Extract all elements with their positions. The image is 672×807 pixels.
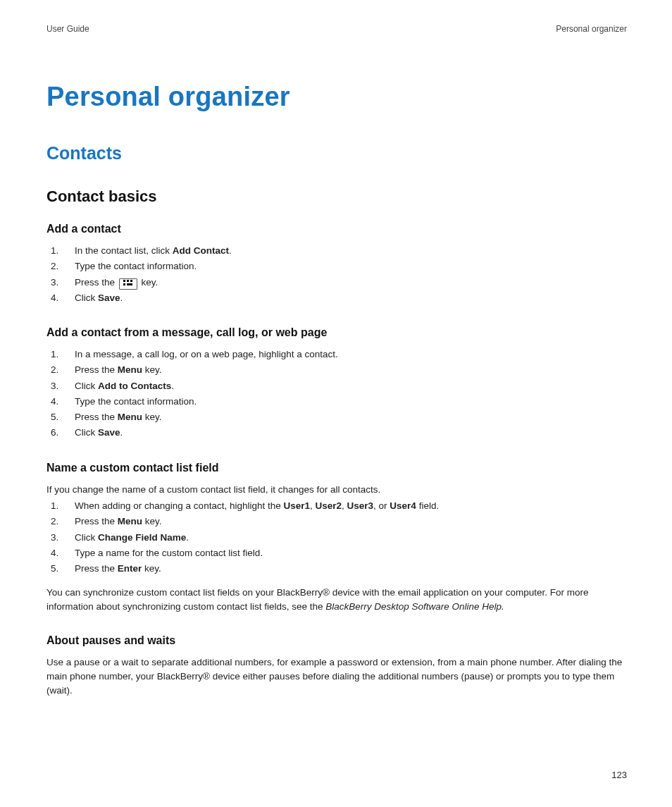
document-page: User Guide Personal organizer Personal o…	[0, 0, 672, 807]
page-title: Personal organizer	[46, 82, 627, 112]
step-item: Click Save.	[46, 426, 627, 440]
running-header: User Guide Personal organizer	[46, 24, 627, 34]
step-item: When adding or changing a contact, highl…	[46, 499, 627, 513]
step-item: Press the key.	[46, 276, 627, 290]
step-item: Type a name for the custom contact list …	[46, 546, 627, 560]
page-number: 123	[611, 770, 627, 780]
step-item: In the contact list, click Add Contact.	[46, 244, 627, 258]
step-item: Click Save.	[46, 291, 627, 305]
step-list: When adding or changing a contact, highl…	[46, 499, 627, 576]
step-item: Click Add to Contacts.	[46, 379, 627, 393]
topic-block: About pauses and waitsUse a pause or a w…	[46, 634, 627, 697]
step-item: Press the Menu key.	[46, 515, 627, 529]
step-list: In a message, a call log, or on a web pa…	[46, 347, 627, 441]
topic-heading: Add a contact	[46, 223, 627, 235]
topic-heading: About pauses and waits	[46, 634, 627, 647]
topic-heading: Add a contact from a message, call log, …	[46, 326, 627, 339]
section-title: Contacts	[46, 143, 627, 164]
topic-paragraph: Use a pause or a wait to separate additi…	[46, 655, 627, 697]
step-item: Press the Menu key.	[46, 363, 627, 377]
step-item: Click Change Field Name.	[46, 531, 627, 545]
topic-intro: If you change the name of a custom conta…	[46, 483, 627, 497]
step-item: Type the contact information.	[46, 259, 627, 273]
step-item: Press the Enter key.	[46, 562, 627, 576]
topic-heading: Name a custom contact list field	[46, 462, 627, 474]
step-item: In a message, a call log, or on a web pa…	[46, 347, 627, 362]
topic-block: Add a contact from a message, call log, …	[46, 326, 627, 441]
header-left: User Guide	[46, 24, 89, 34]
topic-block: Name a custom contact list fieldIf you c…	[46, 462, 627, 614]
step-list: In the contact list, click Add Contact.T…	[46, 244, 627, 305]
header-right: Personal organizer	[556, 24, 627, 34]
subsection-title: Contact basics	[46, 187, 627, 206]
menu-key-icon	[119, 278, 137, 290]
content-blocks: Add a contactIn the contact list, click …	[46, 223, 627, 697]
topic-after: You can synchronize custom contact list …	[46, 586, 627, 613]
topic-block: Add a contactIn the contact list, click …	[46, 223, 627, 305]
step-item: Type the contact information.	[46, 395, 627, 409]
step-item: Press the Menu key.	[46, 410, 627, 424]
